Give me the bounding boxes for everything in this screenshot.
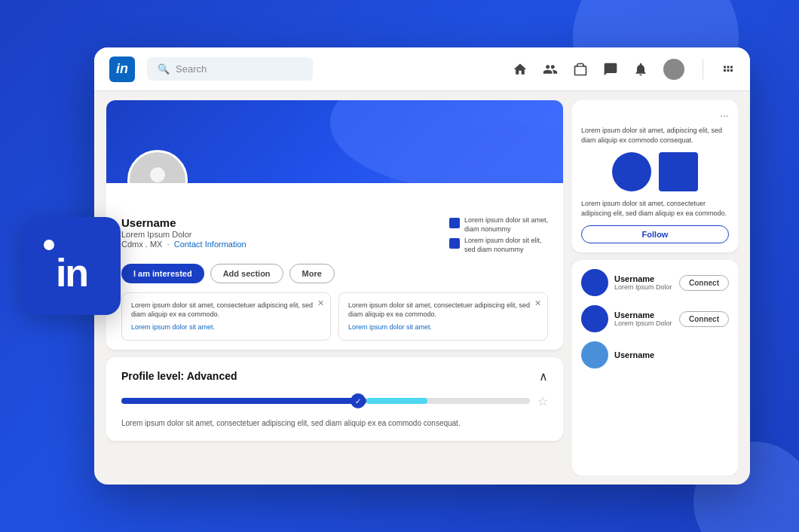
person-info-3: Username — [614, 350, 729, 359]
nav-linkedin-logo[interactable]: in — [109, 57, 135, 82]
level-title: Profile level: Advanced — [121, 370, 237, 382]
nav-bar: in 🔍 Search — [94, 47, 750, 91]
level-description: Lorem ipsum dolor sit amet, consectetuer… — [121, 417, 548, 429]
profile-title: Lorem Ipsum Dolor — [121, 230, 437, 239]
person-name-2: Username — [614, 310, 673, 320]
progress-fill-cyan — [366, 398, 427, 404]
side-square-2 — [449, 238, 460, 249]
level-chevron-icon[interactable]: ∧ — [539, 369, 548, 384]
person-row-3: Username — [581, 341, 729, 368]
progress-star-icon[interactable]: ☆ — [537, 394, 548, 408]
person-avatar-1 — [581, 269, 608, 296]
location-text: Cdmx . MX — [121, 240, 162, 249]
side-text-1: Lorem ipsum dolor sit amet,diam nonummy — [464, 216, 548, 234]
progress-bar: ✓ — [121, 398, 530, 404]
ad-text-bottom: Lorem ipsum dolor sit amet, consectetuer… — [581, 199, 729, 218]
notif-text-2: Lorem ipsum dolor sit amet, consectetuer… — [348, 301, 530, 319]
people-icon[interactable] — [543, 62, 558, 77]
progress-check-icon: ✓ — [351, 393, 366, 408]
add-section-button[interactable]: Add section — [210, 264, 283, 283]
notif-card-1: ✕ Lorem ipsum dolor sit amet, consectetu… — [121, 292, 331, 341]
notif-close-1[interactable]: ✕ — [317, 298, 324, 309]
profile-name: Username — [121, 216, 437, 229]
profile-info: Username Lorem Ipsum Dolor Cdmx . MX · C… — [106, 183, 563, 264]
person-info-1: Username Lorem Ipsum Dolor — [614, 274, 673, 291]
profile-side-info: Lorem ipsum dolor sit amet,diam nonummy … — [449, 216, 548, 255]
notif-link-1[interactable]: Lorem ipsum dolor sit amet. — [131, 323, 321, 332]
contact-info-link[interactable]: Contact Information — [174, 240, 246, 249]
notif-card-2: ✕ Lorem ipsum dolor sit amet, consectetu… — [338, 292, 548, 341]
right-column: ··· Lorem ipsum dolor sit amet, adipisci… — [572, 100, 738, 475]
profile-location: Cdmx . MX · Contact Information — [121, 240, 437, 249]
progress-fill-blue — [121, 398, 366, 404]
search-placeholder-text: Search — [176, 63, 207, 75]
browser-window: in 🔍 Search — [94, 47, 750, 485]
badge-dot — [44, 240, 54, 250]
interested-button[interactable]: I am interested — [121, 264, 204, 283]
ad-options-icon[interactable]: ··· — [581, 109, 729, 121]
people-card: Username Lorem Ipsum Dolor Connect Usern… — [572, 260, 738, 475]
person-info-2: Username Lorem Ipsum Dolor — [614, 310, 673, 327]
search-icon: 🔍 — [158, 63, 170, 75]
side-square-1 — [449, 218, 460, 228]
more-button[interactable]: More — [289, 264, 335, 283]
profile-level-card: Profile level: Advanced ∧ ✓ ☆ Lorem ipsu… — [106, 357, 563, 441]
progress-bar-wrap: ✓ ☆ — [121, 394, 548, 408]
person-avatar-2 — [581, 305, 608, 332]
notif-link-2[interactable]: Lorem ipsum dolor sit amet. — [348, 323, 538, 332]
ad-visuals — [581, 152, 729, 191]
follow-button[interactable]: Follow — [581, 225, 729, 243]
side-text-2: Lorem ipsum dolor sit elit,sed diam nonu… — [464, 237, 542, 254]
connect-button-2[interactable]: Connect — [679, 311, 729, 327]
bell-icon[interactable] — [633, 62, 648, 77]
user-avatar[interactable] — [663, 59, 684, 80]
svg-point-2 — [150, 167, 165, 182]
profile-actions: I am interested Add section More — [106, 264, 563, 292]
connect-button-1[interactable]: Connect — [679, 275, 729, 291]
profile-details: Username Lorem Ipsum Dolor Cdmx . MX · C… — [121, 216, 437, 255]
home-icon[interactable] — [513, 62, 528, 77]
main-column: Username Lorem Ipsum Dolor Cdmx . MX · C… — [106, 100, 563, 475]
notif-text-1: Lorem ipsum dolor sit amet, consectetuer… — [131, 301, 313, 319]
person-title-2: Lorem Ipsum Dolor — [614, 320, 673, 327]
ad-card: ··· Lorem ipsum dolor sit amet, adipisci… — [572, 100, 738, 252]
person-row-2: Username Lorem Ipsum Dolor Connect — [581, 305, 729, 332]
profile-banner — [106, 100, 563, 183]
person-name-1: Username — [614, 274, 673, 283]
level-header: Profile level: Advanced ∧ — [121, 369, 548, 384]
notification-row: ✕ Lorem ipsum dolor sit amet, consectetu… — [106, 292, 563, 350]
profile-card: Username Lorem Ipsum Dolor Cdmx . MX · C… — [106, 100, 563, 350]
nav-icons — [513, 59, 735, 80]
side-item-2: Lorem ipsum dolor sit elit,sed diam nonu… — [449, 237, 542, 254]
nav-separator — [703, 59, 703, 80]
person-row-1: Username Lorem Ipsum Dolor Connect — [581, 269, 729, 296]
ad-rect-graphic — [659, 152, 698, 191]
linkedin-badge: in — [23, 217, 121, 315]
person-name-3: Username — [614, 350, 729, 359]
message-icon[interactable] — [603, 62, 618, 77]
ad-circle-graphic — [612, 152, 651, 191]
ad-text-top: Lorem ipsum dolor sit amet, adipiscing e… — [581, 126, 729, 145]
grid-icon[interactable] — [721, 63, 735, 76]
person-title-1: Lorem Ipsum Dolor — [614, 283, 673, 291]
badge-text: in — [56, 253, 87, 292]
briefcase-icon[interactable] — [573, 62, 588, 77]
notif-close-2[interactable]: ✕ — [534, 298, 541, 309]
content-area: Username Lorem Ipsum Dolor Cdmx . MX · C… — [94, 91, 750, 485]
side-item-1: Lorem ipsum dolor sit amet,diam nonummy — [449, 216, 548, 234]
search-bar[interactable]: 🔍 Search — [147, 57, 313, 81]
person-avatar-3 — [581, 341, 608, 368]
